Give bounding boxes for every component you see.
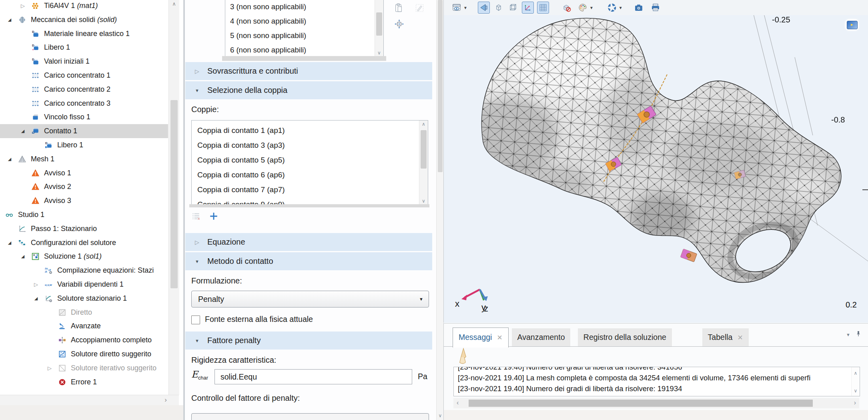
clear-selection-icon[interactable] xyxy=(414,2,425,14)
tree-item[interactable]: Diretto xyxy=(0,305,168,320)
tree-item[interactable]: Carico concentrato 1 xyxy=(0,68,168,82)
tree-item[interactable]: ∂u∂t=fCompilazione equazioni: Stazi xyxy=(0,263,168,277)
tree-expander-icon[interactable]: ◢ xyxy=(32,291,40,305)
scroll-right-icon[interactable]: › xyxy=(164,396,167,404)
scrollbar-thumb[interactable] xyxy=(469,400,813,407)
snapshot-camera-icon[interactable] xyxy=(633,2,644,13)
listbox-scrollbar[interactable]: ∨ xyxy=(375,0,383,56)
tree-expander-icon[interactable]: ◢ xyxy=(19,249,27,263)
settings-vertical-scrollbar[interactable]: ∨ xyxy=(436,0,443,420)
tree-item[interactable]: ▷u,v,wVariabili dipendenti 1 xyxy=(0,277,168,291)
tree-expander-icon[interactable]: ▷ xyxy=(19,0,27,13)
list-item[interactable]: Coppia di contatto 6 (ap6) xyxy=(192,167,428,182)
section-header-equation[interactable]: ▷ Equazione xyxy=(185,233,432,251)
tree-item[interactable]: Accoppiamento completo xyxy=(0,333,168,347)
environment-reflections-icon[interactable] xyxy=(606,2,617,13)
tree-horizontal-scrollbar[interactable]: › xyxy=(0,395,179,406)
checkbox[interactable] xyxy=(191,316,200,324)
section-header-pair-selection[interactable]: ▼ Selezione della coppia xyxy=(185,81,432,99)
pelvis-mesh-model[interactable] xyxy=(444,15,868,323)
scroll-down-icon[interactable]: ∨ xyxy=(375,50,383,56)
graphics-viewport[interactable]: x y z -0.25 -0.8 0.2 ▸ xyxy=(444,15,868,323)
tree-item[interactable]: Carico concentrato 2 xyxy=(0,82,168,96)
chevron-down-icon[interactable]: ▼ xyxy=(619,6,623,10)
scroll-down-icon[interactable]: ∨ xyxy=(852,388,860,394)
close-icon[interactable]: ✕ xyxy=(737,334,743,342)
scrollbar-thumb[interactable] xyxy=(421,130,427,169)
contact-pairs-listbox[interactable]: Coppia di contatto 1 (ap1)Coppia di cont… xyxy=(191,120,428,205)
color-palette-icon[interactable] xyxy=(577,2,588,13)
tab-overflow-icon[interactable]: ▼ xyxy=(846,332,850,337)
tree-expander-icon[interactable]: ◢ xyxy=(6,152,14,166)
tree-item[interactable]: ▷Solutore iterativo suggerito xyxy=(0,361,168,375)
tree-item[interactable]: DValori iniziali 1 xyxy=(0,54,168,68)
tree-item[interactable]: Avanzate xyxy=(0,319,168,333)
pelvis-mesh-scene[interactable]: x y z xyxy=(444,15,868,323)
list-item[interactable]: Coppia di contatto 1 (ap1) xyxy=(192,123,428,138)
view-menu-icon[interactable] xyxy=(451,2,462,13)
tree-item[interactable]: ◢Soluzione 1 (sol1) xyxy=(0,249,168,263)
list-item[interactable]: Coppia di contatto 5 (ap5) xyxy=(192,153,428,167)
applicability-listbox[interactable]: 3 (non sono applicabili)4 (non sono appl… xyxy=(225,0,384,57)
hide-objects-icon[interactable] xyxy=(561,2,572,13)
wireframe-icon[interactable] xyxy=(507,2,519,13)
scroll-down-icon[interactable]: ∨ xyxy=(437,413,443,418)
tree-item[interactable]: Errore 1 xyxy=(0,375,168,389)
external-source-checkbox-row[interactable]: Fonte esterna alla fisica attuale xyxy=(191,315,313,324)
formulation-dropdown[interactable]: Penalty ▼ xyxy=(191,291,429,307)
scrollbar-thumb[interactable] xyxy=(438,0,443,172)
add-pair-icon[interactable] xyxy=(209,211,219,221)
scroll-up-icon[interactable]: ∧ xyxy=(852,370,860,376)
tab-registro-della-soluzione[interactable]: Registro della soluzione xyxy=(578,328,672,346)
zoom-to-selection-icon[interactable] xyxy=(394,18,405,30)
tree-expander-icon[interactable]: ◢ xyxy=(6,13,14,27)
echar-input[interactable] xyxy=(214,369,412,384)
tree-item[interactable]: Vincolo fisso 1 xyxy=(0,110,168,124)
list-item[interactable]: Coppia di contatto 3 (ap3) xyxy=(192,138,428,153)
chevron-down-icon[interactable]: ▼ xyxy=(589,6,593,10)
tab-messaggi[interactable]: Messaggi✕ xyxy=(453,328,509,348)
tree-expander-icon[interactable]: ◢ xyxy=(19,124,27,138)
tree-item[interactable]: Solutore diretto suggerito xyxy=(0,347,168,361)
show-grid-icon[interactable] xyxy=(537,2,549,14)
tree-item[interactable]: ◢Solutore stazionario 1 xyxy=(0,291,168,305)
scroll-right-icon[interactable]: › xyxy=(854,399,856,406)
listbox-scrollbar[interactable]: ∧ ∨ xyxy=(419,121,428,205)
tree-item[interactable]: Passo 1: Stazionario xyxy=(0,222,168,236)
tab-tabella[interactable]: Tabella✕ xyxy=(702,328,749,346)
tree-item[interactable]: DMateriale lineare elastico 1 xyxy=(0,27,168,41)
chevron-down-icon[interactable]: ▼ xyxy=(463,6,467,10)
list-item[interactable]: 3 (non sono applicabili) xyxy=(225,0,383,14)
selection-list-icon[interactable] xyxy=(191,211,201,221)
clear-log-icon[interactable] xyxy=(457,348,469,366)
scrollbar-thumb[interactable] xyxy=(376,12,382,36)
tree-item[interactable]: ◢Contatto 1 xyxy=(0,124,168,138)
tree-expander-icon[interactable]: ◢ xyxy=(6,236,14,250)
list-item[interactable]: Coppia di contatto 7 (ap7) xyxy=(192,182,428,197)
print-icon[interactable] xyxy=(650,2,661,13)
list-item[interactable]: 6 (non sono applicabili) xyxy=(225,43,383,57)
tree-item[interactable]: DLibero 1 xyxy=(0,138,168,152)
scene-light-icon[interactable] xyxy=(478,2,490,14)
tree-item[interactable]: Studio 1 xyxy=(0,208,168,222)
tree-item[interactable]: Avviso 1 xyxy=(0,166,168,180)
show-axes-icon[interactable] xyxy=(522,2,534,14)
rotation-center-icon[interactable]: ▸ xyxy=(845,19,859,30)
section-header-contact-method[interactable]: ▼ Metodo di contatto xyxy=(185,252,432,270)
tree-item[interactable]: ◢Meccanica dei solidi (solid) xyxy=(0,13,168,27)
scroll-down-icon[interactable]: ∨ xyxy=(419,198,428,204)
pin-icon[interactable] xyxy=(855,329,862,338)
section-header-penalty-factor[interactable]: ▼ Fattore penalty xyxy=(185,332,432,350)
tree-vertical-scrollbar[interactable]: ∧ xyxy=(168,0,179,395)
list-item[interactable]: Coppia di contatto 9 (ap9) xyxy=(192,197,428,205)
tree-item[interactable]: DLibero 1 xyxy=(0,40,168,54)
tree-item[interactable]: ◢Mesh 1 xyxy=(0,152,168,166)
panel-divider[interactable] xyxy=(183,0,185,420)
scroll-up-icon[interactable]: ∧ xyxy=(169,1,179,7)
close-icon[interactable]: ✕ xyxy=(497,334,502,342)
scroll-left-icon[interactable]: ‹ xyxy=(457,399,459,406)
transparency-icon[interactable] xyxy=(493,2,504,13)
list-item[interactable]: 4 (non sono applicabili) xyxy=(225,14,383,28)
tree-item[interactable]: Carico concentrato 3 xyxy=(0,96,168,111)
tree-expander-icon[interactable]: ▷ xyxy=(46,361,54,375)
